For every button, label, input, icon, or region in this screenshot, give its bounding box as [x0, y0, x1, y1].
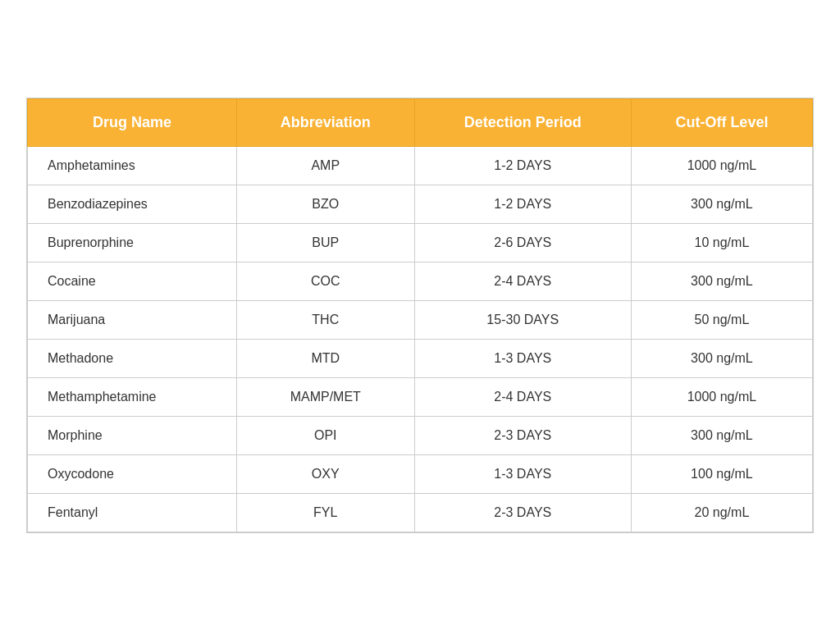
cell-detection-period: 1-3 DAYS	[414, 454, 631, 493]
cell-detection-period: 1-3 DAYS	[414, 339, 631, 377]
cell-cutoff-level: 300 ng/mL	[631, 262, 812, 300]
cell-abbreviation: OXY	[236, 454, 414, 493]
cell-abbreviation: THC	[236, 300, 414, 339]
table-row: MarijuanaTHC15-30 DAYS50 ng/mL	[28, 300, 813, 339]
cell-drug-name: Methamphetamine	[28, 377, 237, 416]
header-drug-name: Drug Name	[28, 98, 237, 146]
cell-cutoff-level: 1000 ng/mL	[631, 377, 812, 416]
cell-cutoff-level: 300 ng/mL	[631, 416, 812, 454]
table-header-row: Drug Name Abbreviation Detection Period …	[28, 98, 813, 146]
cell-cutoff-level: 20 ng/mL	[631, 493, 812, 532]
cell-drug-name: Buprenorphine	[28, 223, 237, 262]
table-row: AmphetaminesAMP1-2 DAYS1000 ng/mL	[28, 146, 813, 185]
cell-cutoff-level: 100 ng/mL	[631, 454, 812, 493]
cell-detection-period: 2-3 DAYS	[414, 416, 631, 454]
cell-drug-name: Morphine	[28, 416, 237, 454]
cell-detection-period: 2-3 DAYS	[414, 493, 631, 532]
drug-table-container: Drug Name Abbreviation Detection Period …	[26, 98, 814, 533]
cell-abbreviation: BZO	[236, 185, 414, 223]
cell-cutoff-level: 300 ng/mL	[631, 339, 812, 377]
table-body: AmphetaminesAMP1-2 DAYS1000 ng/mLBenzodi…	[28, 146, 813, 532]
cell-abbreviation: COC	[236, 262, 414, 300]
cell-abbreviation: MAMP/MET	[236, 377, 414, 416]
cell-abbreviation: OPI	[236, 416, 414, 454]
table-row: CocaineCOC2-4 DAYS300 ng/mL	[28, 262, 813, 300]
cell-drug-name: Fentanyl	[28, 493, 237, 532]
table-row: BenzodiazepinesBZO1-2 DAYS300 ng/mL	[28, 185, 813, 223]
cell-cutoff-level: 1000 ng/mL	[631, 146, 812, 185]
cell-drug-name: Oxycodone	[28, 454, 237, 493]
table-row: MethamphetamineMAMP/MET2-4 DAYS1000 ng/m…	[28, 377, 813, 416]
cell-drug-name: Amphetamines	[28, 146, 237, 185]
table-row: FentanylFYL2-3 DAYS20 ng/mL	[28, 493, 813, 532]
header-cutoff-level: Cut-Off Level	[631, 98, 812, 146]
cell-abbreviation: BUP	[236, 223, 414, 262]
cell-cutoff-level: 10 ng/mL	[631, 223, 812, 262]
cell-detection-period: 1-2 DAYS	[414, 185, 631, 223]
table-row: MethadoneMTD1-3 DAYS300 ng/mL	[28, 339, 813, 377]
cell-detection-period: 2-4 DAYS	[414, 377, 631, 416]
cell-drug-name: Methadone	[28, 339, 237, 377]
cell-drug-name: Marijuana	[28, 300, 237, 339]
cell-abbreviation: FYL	[236, 493, 414, 532]
cell-abbreviation: AMP	[236, 146, 414, 185]
cell-detection-period: 15-30 DAYS	[414, 300, 631, 339]
header-detection-period: Detection Period	[414, 98, 631, 146]
cell-abbreviation: MTD	[236, 339, 414, 377]
table-row: MorphineOPI2-3 DAYS300 ng/mL	[28, 416, 813, 454]
cell-detection-period: 1-2 DAYS	[414, 146, 631, 185]
table-row: BuprenorphineBUP2-6 DAYS10 ng/mL	[28, 223, 813, 262]
cell-detection-period: 2-6 DAYS	[414, 223, 631, 262]
cell-cutoff-level: 50 ng/mL	[631, 300, 812, 339]
drug-table: Drug Name Abbreviation Detection Period …	[27, 98, 813, 532]
cell-drug-name: Benzodiazepines	[28, 185, 237, 223]
header-abbreviation: Abbreviation	[236, 98, 414, 146]
table-row: OxycodoneOXY1-3 DAYS100 ng/mL	[28, 454, 813, 493]
cell-cutoff-level: 300 ng/mL	[631, 185, 812, 223]
cell-drug-name: Cocaine	[28, 262, 237, 300]
cell-detection-period: 2-4 DAYS	[414, 262, 631, 300]
